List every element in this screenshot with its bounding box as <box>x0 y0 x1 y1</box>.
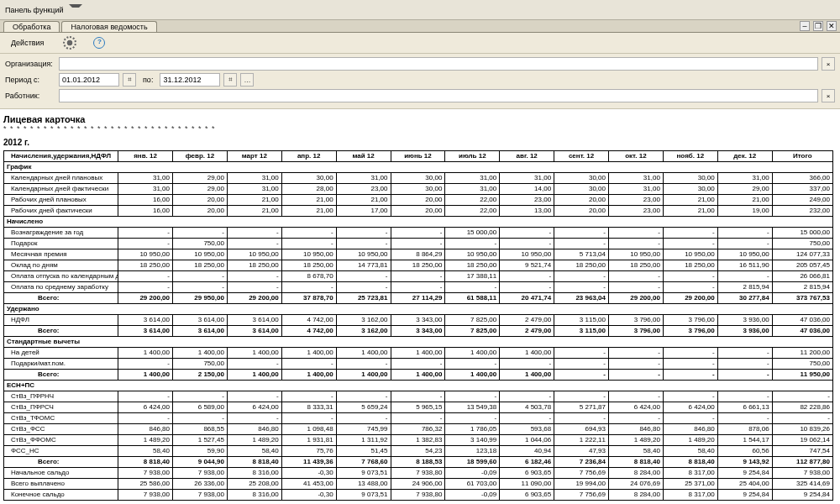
period-picker-button[interactable]: … <box>240 73 254 87</box>
cell: - <box>227 391 281 402</box>
cell: - <box>227 413 281 424</box>
cell: 3 614,00 <box>227 315 281 326</box>
row-label: На детей <box>4 348 118 359</box>
cell: - <box>173 228 228 239</box>
cell: 6 903,65 <box>500 490 554 501</box>
table-row: СтВз_ТФОМС------------- <box>4 413 833 424</box>
cell: 593,68 <box>500 424 554 435</box>
table-row: Подарок-750,00----------750,00 <box>4 239 833 249</box>
document-area: Лицевая карточка * * * * * * * * * * * *… <box>0 109 840 501</box>
org-input[interactable] <box>59 57 818 71</box>
cell: 9 521,74 <box>500 260 554 271</box>
col-header: май 12 <box>336 151 391 162</box>
cell: 9 254,84 <box>772 490 832 501</box>
period-from-label: Период с: <box>5 76 55 84</box>
cell: 4 503,78 <box>500 402 554 413</box>
cell: - <box>173 271 228 282</box>
cell: - <box>609 391 664 402</box>
tab-processing[interactable]: Обработка <box>3 21 60 32</box>
cell: - <box>554 348 609 359</box>
cell: 16,00 <box>118 195 173 206</box>
col-header: июль 12 <box>445 151 500 162</box>
cell: 18 250,00 <box>445 260 500 271</box>
section-row: Стандартные вычеты <box>4 337 833 348</box>
cell: 878,06 <box>717 424 772 435</box>
section-row: ЕСН+ПС <box>4 381 833 391</box>
cell: 1 489,20 <box>663 435 717 446</box>
cell: 23,00 <box>609 195 664 206</box>
cell: 2 815,94 <box>772 282 832 293</box>
cell: 11 200,00 <box>772 348 832 359</box>
row-label: Оплата по среднему заработку <box>4 282 118 293</box>
row-label: Месячная премия <box>4 249 118 260</box>
worker-input[interactable] <box>59 89 818 102</box>
cell: - <box>609 228 664 239</box>
window-restore-button[interactable]: ❐ <box>813 21 823 31</box>
cell: 9 254,84 <box>717 490 772 501</box>
window-close-button[interactable]: ✕ <box>827 21 837 31</box>
tab-report[interactable]: Налоговая ведомость <box>61 21 156 32</box>
cell: - <box>717 271 772 282</box>
row-label: Оклад по дням <box>4 260 118 271</box>
cell: 7 825,00 <box>445 315 500 326</box>
help-button[interactable]: ? <box>87 35 111 50</box>
cell: 1 098,48 <box>281 424 336 435</box>
period-to-input[interactable] <box>160 73 220 87</box>
table-row: Конечное сальдо7 938,007 938,008 316,00-… <box>4 490 833 501</box>
table-row: Календарных дней плановых31,0029,0031,00… <box>4 173 833 184</box>
row-label: СтВз_ФФОМС <box>4 435 118 446</box>
cell: - <box>717 391 772 402</box>
cell: 30,00 <box>663 173 717 184</box>
period-from-input[interactable] <box>59 73 119 87</box>
cell: 31,00 <box>118 184 173 195</box>
cell: 7 938,80 <box>391 490 445 501</box>
cell: 10 950,00 <box>336 249 391 260</box>
cell: 1 400,00 <box>173 348 228 359</box>
cell: - <box>609 282 664 293</box>
settings-button[interactable] <box>57 34 82 51</box>
section-label: Удержано <box>4 304 833 315</box>
cell: 750,00 <box>173 359 228 370</box>
panel-dropdown-icon[interactable] <box>69 4 82 18</box>
cell: 868,55 <box>173 424 228 435</box>
cell: 21,00 <box>227 195 281 206</box>
cell: 9 073,51 <box>336 468 391 479</box>
cell: 1 400,00 <box>227 370 281 381</box>
cell: - <box>554 413 609 424</box>
period-to-calendar-button[interactable]: ⌗ <box>223 73 237 87</box>
col-header: дек. 12 <box>717 151 772 162</box>
cell: - <box>336 282 391 293</box>
cell: 232,00 <box>772 206 832 217</box>
cell: - <box>118 391 173 402</box>
cell: 1 400,00 <box>118 370 173 381</box>
cell: - <box>609 413 664 424</box>
cell: 1 544,17 <box>717 435 772 446</box>
col-header: Итого <box>772 151 832 162</box>
cell: - <box>772 413 832 424</box>
cell: 10 950,00 <box>118 249 173 260</box>
cell: 30,00 <box>391 184 445 195</box>
cell: - <box>227 228 281 239</box>
cell: 10 950,00 <box>609 249 664 260</box>
cell: 15 000,00 <box>445 228 500 239</box>
actions-button[interactable]: Действия <box>5 37 52 49</box>
cell: 47 036,00 <box>772 326 832 337</box>
period-from-calendar-button[interactable]: ⌗ <box>123 73 136 87</box>
cell: 9 143,92 <box>717 457 772 468</box>
cell: 750,00 <box>173 239 228 249</box>
table-row: Всего выплачено25 586,0026 336,0025 208,… <box>4 479 833 490</box>
cell: 18 250,00 <box>554 260 609 271</box>
table-row: Оклад по дням18 250,0018 250,0018 250,00… <box>4 260 833 271</box>
cell: - <box>554 391 609 402</box>
cell: - <box>118 228 173 239</box>
cell: 60,56 <box>717 446 772 457</box>
row-label: Начальное сальдо <box>4 468 118 479</box>
org-clear-button[interactable]: × <box>822 57 835 71</box>
table-row: Рабочих дней фактически16,0020,0021,0021… <box>4 206 833 217</box>
cell: 694,93 <box>554 424 609 435</box>
worker-clear-button[interactable]: × <box>822 89 835 102</box>
cell: 31,00 <box>445 173 500 184</box>
window-minimize-button[interactable]: – <box>800 21 810 31</box>
cell: 20,00 <box>173 206 228 217</box>
cell: - <box>227 282 281 293</box>
